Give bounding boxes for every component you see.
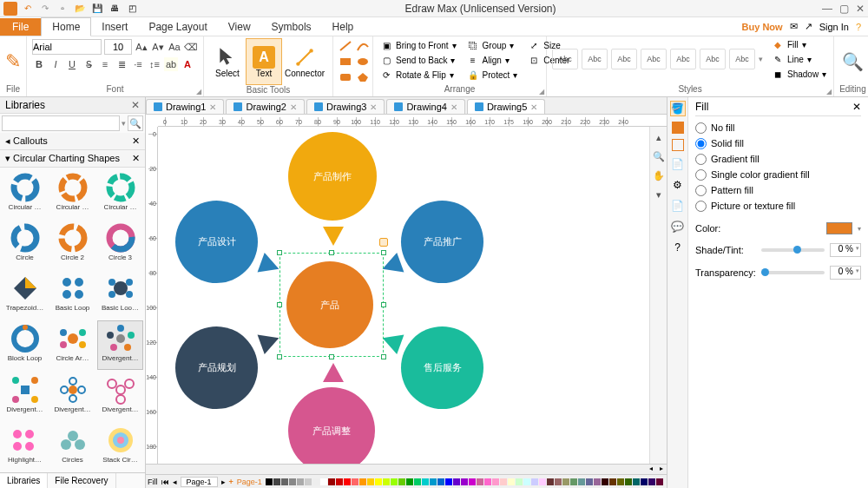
shade-slider[interactable] bbox=[761, 248, 825, 252]
palette-color[interactable] bbox=[523, 478, 530, 485]
bullets-icon[interactable]: ∙≡ bbox=[131, 57, 145, 71]
palette-color[interactable] bbox=[508, 478, 515, 485]
palette-color[interactable] bbox=[531, 478, 538, 485]
zoom-icon[interactable]: 🔍 bbox=[652, 149, 666, 163]
palette-color[interactable] bbox=[289, 478, 296, 485]
font-dialog-launcher[interactable]: ◢ bbox=[196, 88, 201, 96]
library-shape[interactable]: Circular … bbox=[49, 169, 95, 218]
dropdown-icon[interactable]: ▾ bbox=[122, 119, 126, 128]
library-shape[interactable]: Circle bbox=[2, 220, 48, 268]
library-shape[interactable]: Circles bbox=[49, 422, 95, 471]
palette-color[interactable] bbox=[477, 478, 483, 485]
minimize-button[interactable]: — bbox=[822, 3, 832, 15]
library-shape[interactable]: Divergent… bbox=[2, 372, 48, 420]
eyedropper-icon[interactable]: ⚙ bbox=[670, 177, 686, 193]
library-shape[interactable]: Circular … bbox=[2, 169, 48, 218]
library-shape[interactable]: Basic Loo… bbox=[97, 270, 143, 319]
close-tab-icon[interactable]: ✕ bbox=[450, 102, 457, 112]
palette-color[interactable] bbox=[273, 478, 280, 485]
line-button[interactable]: ✎Line ▾ bbox=[770, 52, 828, 66]
node-bottom-right[interactable]: 售后服务 bbox=[401, 326, 483, 409]
node-bottom-left[interactable]: 产品规划 bbox=[175, 326, 258, 409]
palette-color[interactable] bbox=[328, 478, 335, 485]
palette-color[interactable] bbox=[461, 478, 468, 485]
bold-icon[interactable]: B bbox=[32, 57, 46, 71]
menu-tab-view[interactable]: View bbox=[218, 18, 261, 36]
node-top[interactable]: 产品制作 bbox=[288, 132, 377, 221]
library-shape[interactable]: Circle 3 bbox=[97, 220, 143, 268]
shade-value[interactable]: 0 % bbox=[830, 243, 861, 257]
palette-color[interactable] bbox=[453, 478, 460, 485]
redo-icon[interactable]: ↷ bbox=[38, 2, 52, 16]
group-button[interactable]: ⿻Group ▾ bbox=[465, 38, 520, 52]
node-left[interactable]: 产品设计 bbox=[175, 201, 258, 283]
shape-line-icon[interactable] bbox=[339, 40, 354, 54]
share-icon[interactable]: ↗ bbox=[805, 21, 812, 32]
comment-icon[interactable]: 💬 bbox=[670, 219, 686, 234]
find-icon[interactable]: 🔍 bbox=[842, 51, 864, 72]
arrange-dialog-launcher[interactable]: ◢ bbox=[539, 88, 544, 96]
palette-color[interactable] bbox=[336, 478, 343, 485]
palette-color[interactable] bbox=[656, 478, 663, 485]
palette-color[interactable] bbox=[609, 478, 616, 485]
preview-icon[interactable]: ◰ bbox=[125, 2, 139, 16]
style-swatch-6[interactable]: Abc bbox=[700, 49, 726, 69]
save-icon[interactable]: 💾 bbox=[90, 2, 104, 16]
library-shape[interactable]: Trapezoid… bbox=[2, 270, 48, 319]
palette-color[interactable] bbox=[344, 478, 351, 485]
menu-tab-help[interactable]: Help bbox=[322, 18, 365, 36]
document-tab[interactable]: Drawing5✕ bbox=[467, 99, 545, 114]
style-swatch-4[interactable]: Abc bbox=[641, 49, 667, 69]
decrease-font-icon[interactable]: A▾ bbox=[151, 40, 165, 54]
palette-color[interactable] bbox=[625, 478, 632, 485]
canvas[interactable]: 产品制作 产品设计 产品推广 产品 产品规划 售后服务 产品调整 bbox=[158, 127, 649, 464]
hand-icon[interactable]: ✋ bbox=[652, 168, 666, 182]
palette-color[interactable] bbox=[539, 478, 546, 485]
color-palette[interactable] bbox=[266, 478, 665, 485]
add-page-icon[interactable]: + bbox=[229, 478, 233, 486]
style-swatch-1[interactable]: Abc bbox=[552, 49, 578, 69]
clear-format-icon[interactable]: ⌫ bbox=[184, 40, 198, 54]
palette-color[interactable] bbox=[359, 478, 366, 485]
palette-color[interactable] bbox=[352, 478, 358, 485]
shape-oval-icon[interactable] bbox=[356, 56, 372, 69]
shadow-button[interactable]: ◼Shadow ▾ bbox=[770, 67, 828, 81]
document-tab[interactable]: Drawing3✕ bbox=[306, 99, 385, 114]
align-left-icon[interactable]: ≡ bbox=[98, 57, 112, 71]
libraries-close-icon[interactable]: ✕ bbox=[131, 99, 140, 111]
library-shape[interactable]: Divergent… bbox=[97, 372, 143, 420]
arrow-down-icon[interactable]: ▾ bbox=[652, 188, 666, 201]
case-icon[interactable]: Aa bbox=[168, 40, 181, 54]
palette-color[interactable] bbox=[500, 478, 507, 485]
maximize-button[interactable]: ▢ bbox=[839, 3, 849, 15]
font-size-select[interactable] bbox=[104, 39, 132, 55]
style-swatch-7[interactable]: Abc bbox=[729, 49, 755, 69]
page-nav-next-icon[interactable]: ▸ bbox=[221, 478, 226, 486]
palette-color[interactable] bbox=[617, 478, 624, 485]
menu-tab-symbols[interactable]: Symbols bbox=[261, 18, 322, 36]
transparency-slider[interactable] bbox=[761, 271, 825, 274]
palette-color[interactable] bbox=[367, 478, 374, 485]
palette-color[interactable] bbox=[547, 478, 554, 485]
palette-color[interactable] bbox=[516, 478, 523, 485]
palette-color[interactable] bbox=[641, 478, 648, 485]
help-circle-icon[interactable]: ? bbox=[670, 240, 686, 255]
close-tab-icon[interactable]: ✕ bbox=[209, 102, 216, 112]
bring-to-front-button[interactable]: ▣Bring to Front ▾ bbox=[378, 38, 458, 52]
tab-file-recovery[interactable]: File Recovery bbox=[48, 473, 115, 488]
underline-icon[interactable]: U bbox=[65, 57, 79, 71]
palette-color[interactable] bbox=[281, 478, 288, 485]
scroll-left-icon[interactable]: ◂ bbox=[646, 465, 656, 474]
fill-option[interactable]: Picture or texture fill bbox=[695, 198, 861, 214]
palette-color[interactable] bbox=[406, 478, 413, 485]
palette-color[interactable] bbox=[398, 478, 405, 485]
library-shape[interactable]: Divergent… bbox=[49, 372, 95, 420]
palette-color[interactable] bbox=[312, 478, 319, 485]
rotate-handle[interactable] bbox=[379, 238, 388, 247]
palette-color[interactable] bbox=[422, 478, 429, 485]
line-spacing-icon[interactable]: ↕≡ bbox=[148, 57, 161, 71]
shape-rrect-icon[interactable] bbox=[339, 71, 354, 85]
search-icon[interactable]: 🔍 bbox=[128, 115, 143, 131]
library-shape[interactable]: Circular … bbox=[97, 169, 143, 218]
page-nav-first-icon[interactable]: ⏮ bbox=[161, 478, 169, 486]
